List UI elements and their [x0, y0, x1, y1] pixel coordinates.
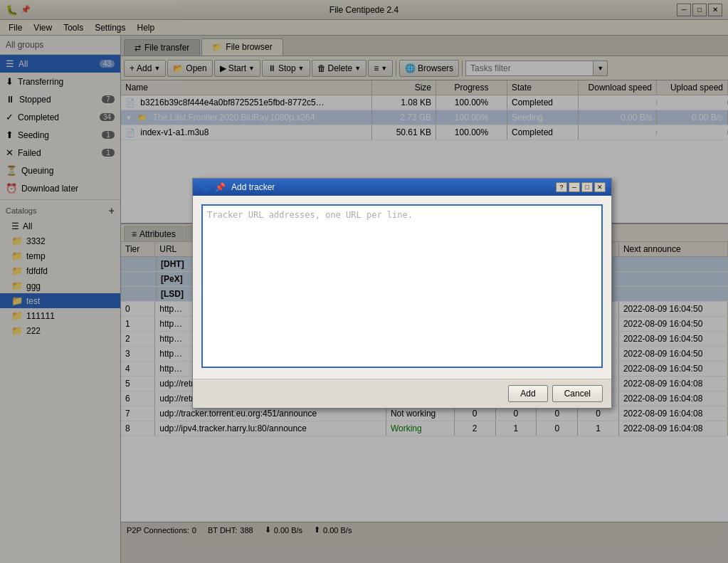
- modal-add-button[interactable]: Add: [508, 385, 547, 402]
- modal-footer: Add Cancel: [193, 379, 611, 408]
- modal-help-button[interactable]: ?: [556, 182, 567, 192]
- modal-title-left: 🐾 📌 Add tracker: [199, 182, 275, 192]
- modal-title-controls: ? ─ □ ✕: [556, 182, 606, 192]
- modal-close-button[interactable]: ✕: [594, 182, 606, 192]
- modal-minimize-button[interactable]: ─: [569, 182, 580, 192]
- add-tracker-modal: 🐾 📌 Add tracker ? ─ □ ✕ Add Cancel: [192, 178, 612, 409]
- modal-overlay[interactable]: 🐾 📌 Add tracker ? ─ □ ✕ Add Cancel: [0, 0, 728, 563]
- modal-pin-icon: 📌: [215, 182, 226, 192]
- modal-app-icon: 🐾: [199, 182, 209, 192]
- modal-cancel-button[interactable]: Cancel: [552, 385, 603, 402]
- tracker-url-textarea[interactable]: [201, 204, 603, 368]
- modal-title-bar: 🐾 📌 Add tracker ? ─ □ ✕: [193, 179, 611, 196]
- modal-title-text: Add tracker: [231, 182, 275, 192]
- modal-maximize-button[interactable]: □: [581, 182, 593, 192]
- modal-body: [193, 196, 611, 379]
